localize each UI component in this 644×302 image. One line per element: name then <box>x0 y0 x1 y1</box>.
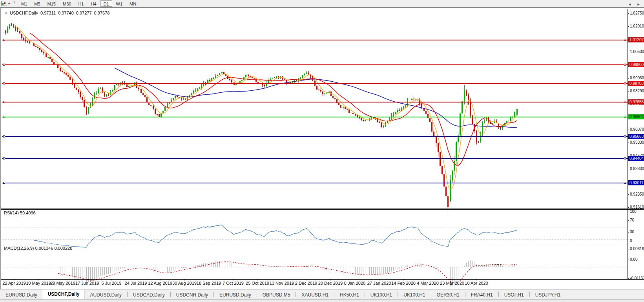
status-strip <box>0 299 644 302</box>
hline-handle[interactable] <box>624 101 626 103</box>
tab-usdjpy-h1[interactable]: USDJPY,H1 <box>530 291 566 299</box>
tab-usdcnh-daily[interactable]: USDCNH,Daily <box>171 291 213 299</box>
hline-handle[interactable] <box>624 182 626 184</box>
tab-eurusd-daily[interactable]: EURUSD,Daily <box>0 291 43 299</box>
x-axis-date: 20 Dec 2019 <box>318 281 343 286</box>
hline-price-label: 0.98703 <box>628 81 644 86</box>
chart-dropdown-icon[interactable]: ▼ <box>5 12 7 15</box>
hline-handle[interactable] <box>3 101 5 103</box>
timeframe-toolbar: ▾ M1M5M15M30H1H4D1W1MN <box>0 0 644 7</box>
chart-tool-button[interactable]: ▾ <box>0 0 11 7</box>
tab-fra40-h1[interactable]: FRA40,H1 <box>465 291 498 299</box>
timeframe-button-w1[interactable]: W1 <box>113 0 126 7</box>
hline-handle[interactable] <box>3 157 5 159</box>
tab-hk50-h1[interactable]: HK50,H1 <box>334 291 365 299</box>
tab-uk100-h1[interactable]: UK100,H1 <box>365 291 398 299</box>
mt4-window: { "toolbar": { "chart_tool_icon": "candl… <box>0 0 644 302</box>
price-tick-label: 0.96070 <box>630 127 644 132</box>
ohlc-high: 0.97740 <box>58 11 74 15</box>
tab-ger30-h1[interactable]: GER30,H1 <box>431 291 465 299</box>
rsi-tick-label: 100 <box>630 209 637 214</box>
timeframe-button-mn[interactable]: MN <box>126 0 139 7</box>
tab-xauusd-h1[interactable]: XAUUSD,H1 <box>296 291 334 299</box>
tab-usdcad-daily[interactable]: USDCAD,Daily <box>128 291 170 299</box>
tab-uk100-h1[interactable]: UK100,H1 <box>398 291 431 299</box>
hline-handle[interactable] <box>624 135 626 137</box>
main-chart-canvas[interactable] <box>2 16 628 216</box>
pane-separator <box>1 279 644 280</box>
hline-handle[interactable] <box>3 135 5 137</box>
x-axis-date: 8 Jan 2020 <box>344 281 365 286</box>
rsi-tick-label: 0 <box>630 238 632 243</box>
rsi-pane-canvas[interactable] <box>2 217 628 251</box>
hline-handle[interactable] <box>624 157 626 159</box>
hline-0.98703[interactable] <box>2 83 628 84</box>
pane-separator[interactable] <box>1 245 644 245</box>
hline-1.01207[interactable] <box>2 40 628 40</box>
x-axis-date: 2 Dec 2019 <box>295 281 317 286</box>
hline-0.96803[interactable] <box>2 117 628 117</box>
hline-price-label: 0.94404 <box>628 156 644 161</box>
hline-price-label: 0.97658 <box>628 99 644 104</box>
tab-usoil-h1[interactable]: USOil,H1 <box>499 291 529 299</box>
x-axis-date: 10 May 2019 <box>26 281 51 286</box>
x-axis-date: 17 Jun 2019 <box>75 281 99 286</box>
macd-tick-label: -0.011531 <box>630 276 644 280</box>
x-axis-date: 14 Feb 2020 <box>391 281 416 286</box>
pane-separator[interactable] <box>1 244 644 244</box>
price-tick-label: 0.95330 <box>630 140 644 145</box>
timeframe-button-h1[interactable]: H1 <box>75 0 87 7</box>
hline-handle[interactable] <box>624 116 626 118</box>
hline-price-label: 0.99800 <box>628 62 644 67</box>
hline-price-label: 0.95663 <box>628 134 644 139</box>
hline-0.97658[interactable] <box>2 102 628 102</box>
chevron-down-icon: ▾ <box>8 2 10 5</box>
x-axis-date: 18 Sep 2019 <box>197 281 221 286</box>
macd-label: MACD(12,26,9) 0.001346 0.000228 <box>4 246 72 251</box>
x-axis-date: 13 Nov 2019 <box>270 281 294 286</box>
hline-handle[interactable] <box>3 182 5 184</box>
price-tick-label: 0.93830 <box>630 167 644 171</box>
timeframe-button-m5[interactable]: M5 <box>31 0 43 7</box>
hline-handle[interactable] <box>3 39 5 41</box>
chart-tab-bar: EURUSD,DailyUSDCHF,DailyAUDUSD,DailyUSDC… <box>0 289 644 299</box>
hline-handle[interactable] <box>624 64 626 66</box>
pane-separator[interactable] <box>1 209 644 210</box>
toolbar-grip[interactable] <box>14 1 15 6</box>
tab-audusd-daily[interactable]: AUDUSD,Daily <box>84 291 127 299</box>
pane-separator[interactable] <box>1 209 644 209</box>
hline-handle[interactable] <box>3 116 5 118</box>
chart-window: 1.027501.020101.005300.990300.982900.975… <box>0 7 644 289</box>
hline-0.99800[interactable] <box>2 64 628 65</box>
x-axis-date: 5 Jul 2019 <box>102 281 122 286</box>
price-axis <box>628 9 628 279</box>
x-axis-date: 24 Jul 2019 <box>125 281 147 286</box>
timeframe-button-h4[interactable]: H4 <box>88 0 99 7</box>
tab-usdchf-daily[interactable]: USDCHF,Daily <box>43 290 85 299</box>
hline-handle[interactable] <box>3 64 5 66</box>
hline-0.95663[interactable] <box>2 136 628 137</box>
x-axis-date: 22 Apr 2019 <box>2 281 26 286</box>
hline-handle[interactable] <box>624 82 626 84</box>
hline-0.93011[interactable] <box>2 183 628 183</box>
timeframe-button-m30[interactable]: M30 <box>60 0 74 7</box>
hline-handle[interactable] <box>624 39 626 41</box>
timeframe-button-d1[interactable]: D1 <box>100 0 112 7</box>
tab-scroll-right-icon[interactable]: ► <box>636 2 641 6</box>
timeframe-buttons: M1M5M15M30H1H4D1W1MN <box>18 0 140 7</box>
rsi-label: RSI(14) 59.4096 <box>4 210 36 215</box>
x-axis-date: 7 Oct 2019 <box>223 281 244 286</box>
price-tick-label: 0.92350 <box>630 192 644 196</box>
macd-tick-label: 0.00 <box>630 257 637 262</box>
price-tick-label: 1.02750 <box>630 11 644 15</box>
x-axis-date: 30 Aug 2019 <box>172 281 197 286</box>
tab-eurusd-daily[interactable]: EURUSD,Daily <box>214 291 257 299</box>
hline-0.94404[interactable] <box>2 158 628 159</box>
ohlc-low: 0.97277 <box>76 11 92 15</box>
timeframe-button-m15[interactable]: M15 <box>44 0 59 7</box>
timeframe-button-m1[interactable]: M1 <box>18 0 30 7</box>
chart-legend: ▼ USDCHF,Daily 0.97311 0.97740 0.97277 0… <box>5 11 109 15</box>
tab-scroll-left-icon[interactable]: ◄ <box>627 2 633 6</box>
tab-gbpusd-m5[interactable]: GBPUSD,M5 <box>257 291 296 299</box>
hline-handle[interactable] <box>3 82 5 84</box>
